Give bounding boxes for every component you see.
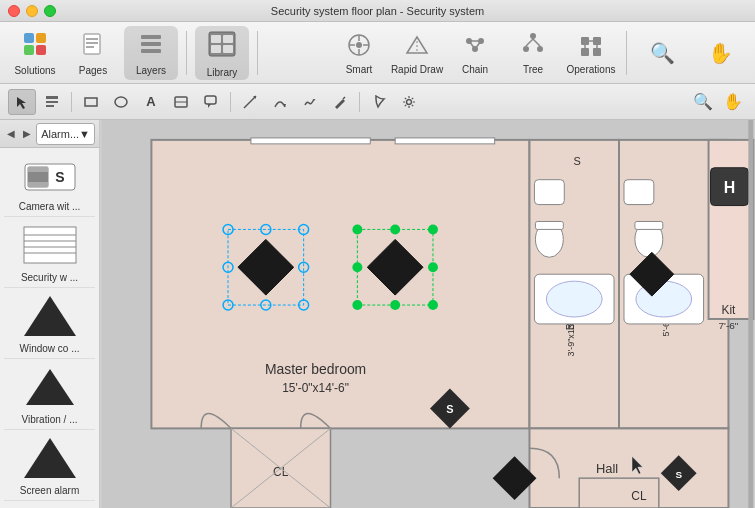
svg-rect-64 [24, 227, 76, 263]
svg-rect-42 [46, 101, 58, 103]
svg-rect-8 [141, 35, 161, 39]
zoom-search-button[interactable]: 🔍 [689, 89, 717, 115]
svg-rect-93 [534, 180, 564, 205]
pages-button[interactable]: Pages [66, 26, 120, 80]
svg-rect-100 [635, 221, 663, 229]
secondary-toolbar: A 🔍 ✋ [0, 84, 755, 120]
svg-rect-34 [581, 37, 589, 45]
main-toolbar: Solutions Pages Layers [0, 22, 755, 84]
floor-plan-svg: Master bedroom 15'-0"x14'-6" Bath 3'-9"x… [100, 120, 755, 508]
chain-icon [461, 31, 489, 61]
format-tool[interactable] [38, 89, 66, 115]
sidebar-items-list: S Camera wit ... Security w ... [0, 148, 99, 508]
svg-line-49 [244, 96, 256, 108]
library-button[interactable]: Library [195, 26, 249, 80]
svg-rect-7 [86, 46, 94, 48]
toolbar-divider-2 [257, 31, 258, 75]
chain-button[interactable]: Chain [448, 26, 502, 80]
settings-tool[interactable] [395, 89, 423, 115]
toolbar-divider-1 [186, 31, 187, 75]
svg-text:S: S [55, 169, 64, 185]
sidebar: ◀ ▶ Alarm... ▼ S [0, 120, 100, 508]
callout-tool[interactable] [197, 89, 225, 115]
ellipse-tool[interactable] [107, 89, 135, 115]
svg-point-45 [115, 97, 127, 107]
pages-label: Pages [79, 65, 107, 76]
svg-rect-1 [36, 33, 46, 43]
canvas-area[interactable]: Master bedroom 15'-0"x14'-6" Bath 3'-9"x… [100, 120, 755, 508]
pan-button[interactable]: ✋ [719, 89, 747, 115]
svg-text:Kit: Kit [721, 303, 736, 317]
sidebar-camera-label: Camera wit ... [6, 201, 93, 212]
tool-divider-3 [359, 92, 360, 112]
close-button[interactable] [8, 5, 20, 17]
tool-divider-2 [230, 92, 231, 112]
svg-rect-59 [28, 176, 48, 178]
sidebar-item-window[interactable]: Window co ... [4, 288, 95, 359]
svg-marker-71 [24, 438, 76, 478]
svg-point-120 [352, 262, 362, 272]
svg-text:S: S [675, 469, 682, 480]
svg-rect-76 [709, 140, 754, 319]
svg-text:CL: CL [631, 489, 647, 503]
svg-rect-43 [46, 105, 54, 107]
svg-rect-79 [579, 478, 659, 508]
hand-button[interactable]: ✋ [693, 26, 747, 80]
shape-tool[interactable] [167, 89, 195, 115]
select-tool[interactable] [8, 89, 36, 115]
svg-rect-44 [85, 98, 97, 106]
svg-text:Master bedroom: Master bedroom [265, 361, 366, 377]
svg-rect-61 [28, 180, 48, 182]
sidebar-screen-alarm-label: Screen alarm [6, 485, 93, 496]
main-content: ◀ ▶ Alarm... ▼ S [0, 120, 755, 508]
sidebar-window-label: Window co ... [6, 343, 93, 354]
line-tool[interactable] [236, 89, 264, 115]
dropdown-arrow-icon: ▼ [79, 128, 90, 140]
solutions-button[interactable]: Solutions [8, 26, 62, 80]
smart-button[interactable]: Smart [332, 26, 386, 80]
smart-label: Smart [346, 64, 373, 75]
svg-rect-60 [28, 178, 48, 180]
rapid-draw-button[interactable]: Rapid Draw [390, 26, 444, 80]
rect-tool[interactable] [77, 89, 105, 115]
window-shape-icon [20, 292, 80, 340]
maximize-button[interactable] [44, 5, 56, 17]
vibration-shape-icon [20, 363, 80, 411]
sidebar-item-security[interactable]: Security w ... [4, 217, 95, 288]
sidebar-next[interactable]: ▶ [20, 126, 34, 142]
svg-rect-103 [251, 138, 370, 144]
text-tool[interactable]: A [137, 89, 165, 115]
svg-rect-58 [28, 174, 48, 176]
search-button[interactable]: 🔍 [635, 26, 689, 80]
arc-tool[interactable] [266, 89, 294, 115]
svg-point-124 [428, 300, 438, 310]
window-title: Security system floor plan - Security sy… [271, 5, 484, 17]
operations-icon [577, 31, 605, 61]
search-icon: 🔍 [650, 41, 675, 65]
sidebar-item-camera[interactable]: S Camera wit ... [4, 152, 95, 217]
svg-text:15'-0"x14'-6": 15'-0"x14'-6" [282, 381, 349, 395]
svg-rect-37 [593, 48, 601, 56]
sidebar-item-vibration[interactable]: Vibration / ... [4, 359, 95, 430]
operations-button[interactable]: Operations [564, 26, 618, 80]
minimize-button[interactable] [26, 5, 38, 17]
sidebar-item-screen-alarm[interactable]: Screen alarm [4, 430, 95, 501]
solutions-label: Solutions [14, 65, 55, 76]
svg-rect-98 [624, 180, 654, 205]
svg-point-123 [390, 300, 400, 310]
sidebar-category-dropdown[interactable]: Alarm... ▼ [36, 123, 95, 145]
svg-rect-95 [535, 221, 563, 229]
svg-point-119 [428, 224, 438, 234]
svg-rect-35 [593, 37, 601, 45]
tree-icon [519, 31, 547, 61]
svg-rect-36 [581, 48, 589, 56]
svg-rect-12 [211, 35, 221, 43]
svg-rect-105 [748, 120, 753, 508]
crop-tool[interactable] [365, 89, 393, 115]
chain-label: Chain [462, 64, 488, 75]
sidebar-prev[interactable]: ◀ [4, 126, 18, 142]
layers-button[interactable]: Layers [124, 26, 178, 80]
pen-tool[interactable] [326, 89, 354, 115]
tree-button[interactable]: Tree [506, 26, 560, 80]
freehand-tool[interactable] [296, 89, 324, 115]
